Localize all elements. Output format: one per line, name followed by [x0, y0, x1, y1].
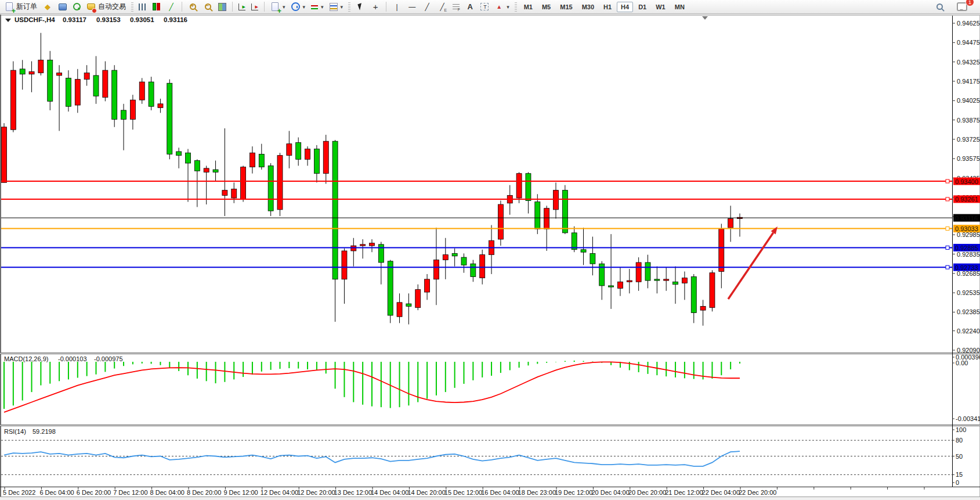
svg-text:0.92240: 0.92240	[957, 328, 980, 334]
chevron-down-icon: ▾	[341, 4, 343, 10]
svg-text:19 Dec 12:00: 19 Dec 12:00	[555, 489, 592, 496]
chevron-down-icon: ▾	[303, 4, 306, 10]
svg-text:5 Dec 2022: 5 Dec 2022	[3, 489, 35, 496]
chart-shift-button[interactable]	[249, 2, 261, 12]
candle	[277, 156, 283, 210]
svg-text:0.92835: 0.92835	[957, 251, 980, 258]
svg-text:22 Dec 20:00: 22 Dec 20:00	[739, 489, 776, 496]
svg-text:7 Dec 12:00: 7 Dec 12:00	[113, 489, 147, 496]
arrow-tools-button[interactable]: ▾	[492, 1, 512, 13]
autotrade-label: 自动交易	[98, 2, 126, 12]
crosshair-button[interactable]	[368, 1, 382, 13]
new-chart-button[interactable]: ▾	[268, 1, 288, 13]
separator	[264, 2, 265, 12]
templates-button[interactable]: ▾	[327, 2, 346, 12]
bar-chart-button[interactable]	[136, 2, 148, 12]
candle	[654, 279, 660, 280]
candle	[2, 127, 7, 182]
auto-scroll-button[interactable]	[236, 2, 248, 12]
chevron-down-icon: ▾	[283, 4, 285, 10]
tab-timeframe-m1[interactable]: M1	[520, 2, 537, 12]
candle	[84, 73, 89, 80]
svg-text:0.93875: 0.93875	[957, 117, 980, 124]
fibonacci-button[interactable]	[450, 3, 462, 11]
svg-text:0.92885: 0.92885	[955, 244, 978, 251]
candlestick-chart-button[interactable]	[149, 1, 163, 13]
new-order-button[interactable]: 新订单	[2, 1, 39, 13]
tab-timeframe-mn[interactable]: MN	[671, 2, 689, 12]
zoom-out-button[interactable]: −	[201, 1, 215, 13]
notifications-button[interactable]: 1	[954, 1, 970, 12]
tab-timeframe-m30[interactable]: M30	[578, 2, 598, 12]
candle	[609, 286, 614, 287]
vertical-line-icon	[392, 2, 402, 12]
signals-icon	[73, 3, 81, 10]
text-icon	[465, 2, 475, 12]
tab-timeframe-d1[interactable]: D1	[634, 2, 650, 12]
indicators-button[interactable]: ▾	[309, 2, 326, 12]
signals-button[interactable]	[71, 2, 83, 12]
candle	[93, 75, 99, 96]
candle	[425, 279, 430, 292]
tab-timeframe-m15[interactable]: M15	[556, 2, 576, 12]
svg-text:0.92733: 0.92733	[955, 264, 978, 271]
svg-text:0.93725: 0.93725	[957, 136, 980, 143]
tab-timeframe-h1[interactable]: H1	[599, 2, 616, 12]
svg-text:18 Dec 23:00: 18 Dec 23:00	[518, 489, 556, 496]
line-chart-button[interactable]	[164, 1, 178, 13]
svg-text:20 Dec 04:00: 20 Dec 04:00	[591, 489, 629, 496]
cursor-button[interactable]	[353, 1, 367, 13]
search-button[interactable]	[932, 1, 946, 13]
text-label-button[interactable]	[478, 2, 491, 12]
candle	[20, 69, 25, 74]
candle	[29, 71, 34, 74]
vertical-line-button[interactable]	[390, 1, 404, 13]
candle	[342, 251, 347, 279]
channel-button[interactable]	[435, 1, 449, 13]
market-watch-button[interactable]	[56, 1, 70, 13]
symbol-label: USDCHF-,H4	[15, 16, 55, 23]
svg-text:50: 50	[956, 453, 963, 460]
candle	[232, 189, 237, 198]
svg-text:80: 80	[956, 437, 963, 444]
bar-chart-icon	[139, 3, 146, 10]
candle	[75, 80, 80, 105]
candle	[480, 255, 485, 278]
separator	[232, 2, 233, 12]
tab-timeframe-h4[interactable]: H4	[617, 2, 633, 12]
horizontal-line-button[interactable]	[405, 1, 419, 13]
trendline-button[interactable]	[420, 1, 434, 13]
candle	[259, 154, 264, 167]
chevron-down-icon: ▾	[507, 4, 509, 10]
svg-text:6 Dec 20:00: 6 Dec 20:00	[77, 489, 111, 496]
candle	[130, 100, 135, 119]
autotrade-button[interactable]: 自动交易	[84, 1, 128, 13]
candle	[57, 73, 62, 75]
new-order-icon	[5, 2, 14, 12]
open-value: 0.93117	[63, 16, 86, 23]
tile-windows-button[interactable]	[216, 2, 229, 12]
svg-text:0.93261: 0.93261	[955, 196, 978, 203]
candle	[241, 167, 246, 200]
tab-timeframe-m5[interactable]: M5	[538, 2, 555, 12]
new-chart-icon	[270, 2, 280, 12]
candle	[397, 303, 402, 316]
svg-text:6 Dec 04:00: 6 Dec 04:00	[39, 489, 74, 496]
zoom-in-button[interactable]: +	[186, 1, 200, 13]
candle	[48, 60, 53, 101]
chart-area[interactable]: 0.946250.944750.943250.941750.940250.938…	[0, 15, 980, 500]
text-button[interactable]	[463, 1, 477, 13]
low-value: 0.93051	[130, 16, 154, 23]
candle	[370, 243, 375, 246]
svg-text:0.93575: 0.93575	[957, 155, 980, 162]
period-button[interactable]: ▾	[289, 1, 308, 12]
svg-text:14 Dec 04:00: 14 Dec 04:00	[371, 489, 408, 496]
new-order-label: 新订单	[16, 2, 37, 12]
auto-scroll-icon	[238, 3, 245, 10]
tab-timeframe-w1[interactable]: W1	[652, 2, 670, 12]
svg-text:13 Dec 12:00: 13 Dec 12:00	[334, 489, 372, 496]
candle	[10, 70, 16, 130]
quotes-button[interactable]	[41, 1, 55, 13]
svg-text:21 Dec 12:00: 21 Dec 12:00	[665, 489, 703, 496]
cursor-icon	[356, 2, 365, 12]
